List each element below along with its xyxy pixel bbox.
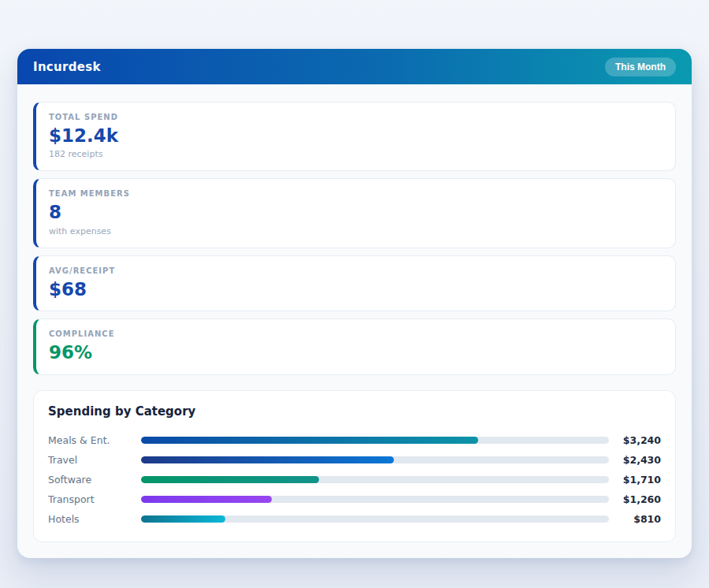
dashboard-content: TOTAL SPEND $12.4k 182 receipts TEAM MEM… <box>17 84 692 558</box>
app-header: Incurdesk This Month <box>17 49 692 84</box>
stat-card: COMPLIANCE 96% <box>33 318 676 374</box>
stat-card: AVG/RECEIPT $68 <box>33 255 676 311</box>
stat-value: 8 <box>49 202 663 222</box>
stat-card: TEAM MEMBERS 8 with expenses <box>33 178 676 247</box>
category-label: Transport <box>48 493 141 505</box>
bar-fill <box>141 496 272 503</box>
period-badge[interactable]: This Month <box>605 58 676 76</box>
category-label: Hotels <box>48 513 141 525</box>
stat-sub: with expenses <box>49 226 663 236</box>
category-value: $1,710 <box>609 474 661 486</box>
bar-track <box>141 496 609 503</box>
category-row: Transport $1,260 <box>48 489 661 509</box>
stat-card: TOTAL SPEND $12.4k 182 receipts <box>33 102 676 171</box>
stat-value: 96% <box>49 342 663 363</box>
stats-list: TOTAL SPEND $12.4k 182 receipts TEAM MEM… <box>33 102 676 375</box>
bar-fill <box>141 437 478 444</box>
bar-track <box>141 456 609 463</box>
bar-fill <box>141 456 394 463</box>
stat-value: $68 <box>49 279 663 300</box>
category-row: Software $1,710 <box>48 470 661 489</box>
stat-label: TOTAL SPEND <box>49 113 663 121</box>
stat-label: TEAM MEMBERS <box>49 189 663 198</box>
bar-track <box>141 515 609 523</box>
category-label: Software <box>48 474 141 486</box>
category-label: Travel <box>48 454 141 466</box>
category-value: $2,430 <box>609 454 661 466</box>
bar-track <box>141 476 609 483</box>
category-row: Hotels $810 <box>48 509 661 529</box>
bar-fill <box>141 515 225 523</box>
spending-panel: Spending by Category Meals & Ent. $3,240… <box>33 390 676 542</box>
category-label: Meals & Ent. <box>48 434 141 446</box>
stat-value: $12.4k <box>49 125 663 146</box>
category-row: Meals & Ent. $3,240 <box>48 430 661 450</box>
bar-track <box>141 437 609 444</box>
category-value: $1,260 <box>609 493 661 505</box>
dashboard-card: Incurdesk This Month TOTAL SPEND $12.4k … <box>17 49 692 558</box>
category-row: Travel $2,430 <box>48 450 661 470</box>
panel-title: Spending by Category <box>48 404 661 419</box>
app-title: Incurdesk <box>33 60 101 74</box>
category-value: $810 <box>609 513 661 525</box>
category-value: $3,240 <box>609 434 661 446</box>
stat-label: AVG/RECEIPT <box>49 266 663 275</box>
stat-label: COMPLIANCE <box>49 329 663 338</box>
stat-sub: 182 receipts <box>49 149 663 159</box>
bar-fill <box>141 476 319 483</box>
category-bar-list: Meals & Ent. $3,240 Travel $2,430 Softwa… <box>48 430 661 529</box>
